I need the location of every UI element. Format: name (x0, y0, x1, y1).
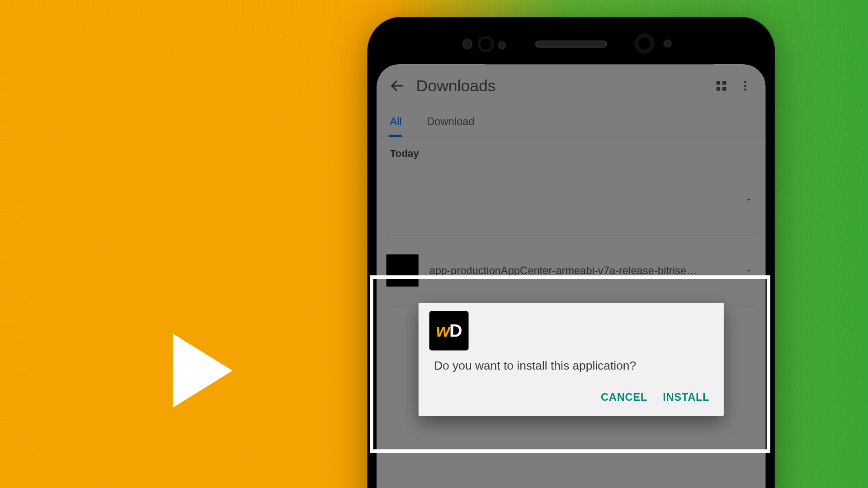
play-icon (173, 333, 232, 408)
speaker-grill (535, 41, 607, 48)
iris-scanner (637, 36, 652, 51)
front-camera (479, 38, 492, 51)
sensor-dot (462, 39, 472, 49)
sensor-dot (664, 40, 671, 47)
dialog-header: wD (429, 309, 713, 355)
install-dialog: wD Do you want to install this applicati… (419, 303, 724, 416)
phone-frame: Downloads All Download Today (368, 18, 774, 488)
cancel-button[interactable]: CANCEL (601, 391, 647, 404)
modal-scrim[interactable] (377, 64, 765, 488)
install-dialog-wrap: wD Do you want to install this applicati… (419, 303, 724, 416)
phone-bezel (368, 18, 774, 65)
phone-screen: Downloads All Download Today (377, 64, 765, 488)
sensor-dot (498, 42, 505, 49)
app-icon-letter-d: D (449, 320, 462, 341)
install-button[interactable]: INSTALL (663, 391, 709, 404)
app-icon-letter-w: w (436, 320, 449, 341)
dialog-actions: CANCEL INSTALL (429, 387, 713, 413)
dialog-message: Do you want to install this application? (429, 355, 713, 387)
app-icon: wD (429, 311, 468, 350)
